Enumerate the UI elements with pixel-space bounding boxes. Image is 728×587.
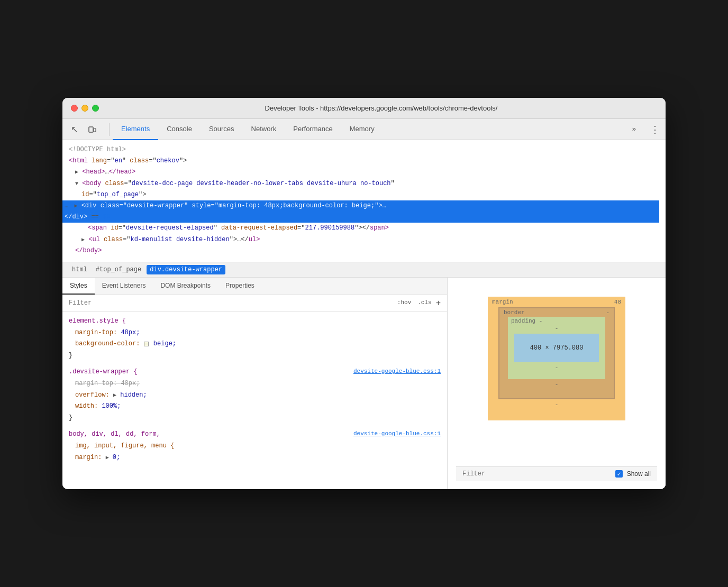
breadcrumb-div-wrapper[interactable]: div.devsite-wrapper xyxy=(147,265,225,274)
dom-line-body-close: </body> xyxy=(69,245,659,256)
style-prop-margin-top[interactable]: margin-top: 48px; xyxy=(69,327,441,339)
style-rule-selector: element.style { xyxy=(69,316,441,327)
tab-elements[interactable]: Elements xyxy=(113,119,158,140)
main-tabs: Elements Console Sources Network Perform… xyxy=(113,119,383,140)
cursor-icon[interactable]: ↖ xyxy=(67,122,81,137)
cls-filter-button[interactable]: .cls xyxy=(415,298,433,308)
hov-filter-button[interactable]: :hov xyxy=(395,298,413,308)
tab-dom-breakpoints[interactable]: DOM Breakpoints xyxy=(153,278,218,295)
box-model-diagram: margin 48 border - padding - - 400 × 797… xyxy=(488,297,625,420)
styles-panel: Styles Event Listeners DOM Breakpoints P… xyxy=(62,278,448,489)
dom-line-body-id[interactable]: id="top_of_page"> xyxy=(69,189,659,200)
dom-line-span[interactable]: <span id="devsite-request-elapsed" data-… xyxy=(69,223,659,234)
close-button[interactable] xyxy=(71,105,78,112)
filter-buttons: :hov .cls + xyxy=(395,298,441,308)
style-filter-input[interactable] xyxy=(69,299,391,307)
style-rule-close-2: } xyxy=(69,412,441,424)
more-tabs-button[interactable]: » xyxy=(624,125,644,134)
tab-properties[interactable]: Properties xyxy=(218,278,262,295)
svg-rect-1 xyxy=(94,129,96,132)
color-swatch-beige[interactable] xyxy=(144,342,149,346)
maximize-button[interactable] xyxy=(92,105,99,112)
bm-border-bottom: - xyxy=(508,381,605,388)
dom-line-html[interactable]: <html lang="en" class="chekov"> xyxy=(69,155,659,167)
show-all-checkbox[interactable] xyxy=(615,470,623,478)
tab-event-listeners[interactable]: Event Listeners xyxy=(95,278,153,295)
device-icon[interactable] xyxy=(85,122,99,137)
bottom-bar: Show all xyxy=(456,466,657,481)
tab-network[interactable]: Network xyxy=(243,119,285,140)
bm-margin-bottom: - xyxy=(498,401,615,408)
traffic-lights xyxy=(71,105,99,112)
style-prop-margin-top-strike[interactable]: margin-top: 48px; xyxy=(69,378,441,390)
breadcrumb-html[interactable]: html xyxy=(69,265,90,274)
style-link-devsite-blue[interactable]: devsite-google-blue.css:1 xyxy=(353,366,441,377)
main-toolbar: ↖ Elements Console Sources Network Perfo… xyxy=(62,119,666,140)
dom-tree[interactable]: <!DOCTYPE html> <html lang="en" class="c… xyxy=(62,140,666,262)
filter-bar: :hov .cls + xyxy=(62,295,447,311)
svg-rect-0 xyxy=(89,127,93,132)
style-prop-overflow[interactable]: overflow: ▶ hidden; xyxy=(69,390,441,401)
bm-border-value: - xyxy=(606,309,609,316)
dom-line-div-close[interactable]: </div> == $0 xyxy=(62,212,659,223)
style-rule-devsite-wrapper: .devsite-wrapper { devsite-google-blue.c… xyxy=(69,366,441,424)
dom-line-head[interactable]: ▶ <head>…</head> xyxy=(69,167,659,178)
lower-panel: Styles Event Listeners DOM Breakpoints P… xyxy=(62,278,666,489)
dom-line-ul[interactable]: ▶ <ul class="kd-menulist devsite-hidden"… xyxy=(69,234,659,245)
bm-content-box[interactable]: 400 × 7975.080 xyxy=(514,334,599,362)
tab-console[interactable]: Console xyxy=(158,119,201,140)
style-rule-body-div: body, div, dl, dd, form, devsite-google-… xyxy=(69,429,441,463)
dom-line-doctype: <!DOCTYPE html> xyxy=(69,144,659,155)
bm-margin-label: margin xyxy=(492,299,513,305)
style-prop-img-input: img, input, figure, menu { xyxy=(69,441,441,452)
bm-padding-label: padding - xyxy=(511,318,542,324)
window-title: Developer Tools - https://developers.goo… xyxy=(105,104,657,112)
bm-border-label: border xyxy=(504,309,525,316)
tab-memory[interactable]: Memory xyxy=(341,119,383,140)
show-all-label: Show all xyxy=(627,470,651,478)
style-rule-selector-body: body, div, dl, dd, form, devsite-google-… xyxy=(69,429,441,441)
breadcrumb-top-of-page[interactable]: #top_of_page xyxy=(93,265,144,274)
breadcrumb: html #top_of_page div.devsite-wrapper xyxy=(62,262,666,278)
toolbar-separator xyxy=(109,123,110,136)
tab-styles[interactable]: Styles xyxy=(62,278,95,295)
bm-border-box[interactable]: border - padding - - 400 × 7975.080 - - xyxy=(498,307,615,399)
bm-padding-bottom: - xyxy=(514,364,599,371)
devtools-menu-button[interactable]: ⋮ xyxy=(649,123,661,136)
style-rule-close: } xyxy=(69,350,441,362)
add-style-button[interactable]: + xyxy=(436,298,441,308)
devtools-window: Developer Tools - https://developers.goo… xyxy=(62,98,666,489)
box-model-panel: margin 48 border - padding - - 400 × 797… xyxy=(448,278,666,489)
minimize-button[interactable] xyxy=(81,105,88,112)
styles-content: element.style { margin-top: 48px; backgr… xyxy=(62,311,447,489)
style-rule-selector-wrapper: .devsite-wrapper { devsite-google-blue.c… xyxy=(69,366,441,378)
dom-line-body[interactable]: ▼ <body class="devsite-doc-page devsite-… xyxy=(69,178,659,189)
dom-line-div-selected[interactable]: … ▶ <div class="devsite-wrapper" style="… xyxy=(62,200,659,212)
bm-margin-box[interactable]: margin 48 border - padding - - 400 × 797… xyxy=(488,297,625,420)
toolbar-icons: ↖ xyxy=(67,122,99,137)
style-prop-margin[interactable]: margin: ▶ 0; xyxy=(69,452,441,464)
tab-performance[interactable]: Performance xyxy=(285,119,341,140)
style-prop-bg-color[interactable]: background-color: beige; xyxy=(69,338,441,350)
style-prop-width[interactable]: width: 100%; xyxy=(69,401,441,412)
style-link-devsite-blue-2[interactable]: devsite-google-blue.css:1 xyxy=(353,429,441,439)
bm-padding-box[interactable]: padding - - 400 × 7975.080 - xyxy=(508,317,605,379)
bm-padding-top: - xyxy=(514,325,599,332)
bm-margin-value: 48 xyxy=(614,299,621,305)
title-bar: Developer Tools - https://developers.goo… xyxy=(62,98,666,119)
main-content: <!DOCTYPE html> <html lang="en" class="c… xyxy=(62,140,666,489)
tab-sources[interactable]: Sources xyxy=(201,119,243,140)
style-rule-element: element.style { margin-top: 48px; backgr… xyxy=(69,316,441,361)
sub-tabs: Styles Event Listeners DOM Breakpoints P… xyxy=(62,278,447,295)
computed-filter-input[interactable] xyxy=(462,470,611,478)
toolbar-end: » ⋮ xyxy=(624,123,661,136)
